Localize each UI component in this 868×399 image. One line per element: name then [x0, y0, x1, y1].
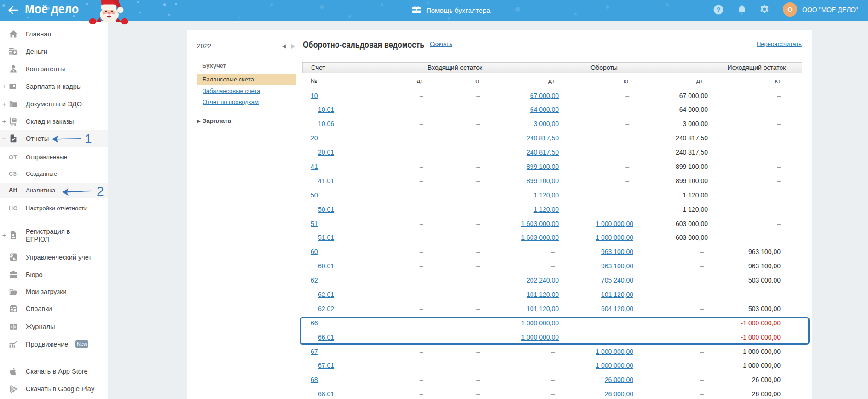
svg-text:₽: ₽	[10, 254, 13, 259]
svg-text:?: ?	[717, 6, 721, 13]
svg-text:₽: ₽	[14, 50, 17, 55]
